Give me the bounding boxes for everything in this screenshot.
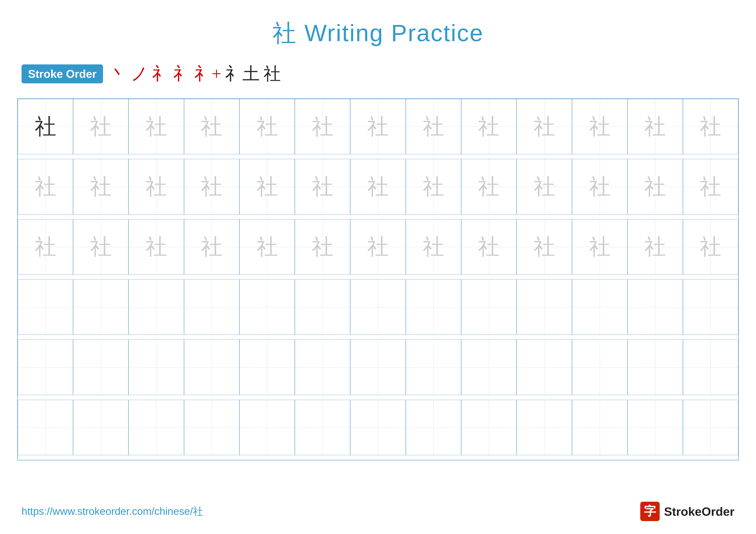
grid-cell[interactable]: 社 [184,159,239,214]
grid-cell[interactable] [572,400,627,455]
grid-cell[interactable] [295,340,350,395]
stroke-seq-7: 社 [263,62,281,86]
grid-cell[interactable] [406,340,461,395]
grid-cell[interactable] [461,340,517,395]
grid-cell[interactable]: 社 [406,219,461,275]
grid-cell[interactable] [461,400,517,455]
grid-cell[interactable]: 社 [517,159,572,214]
grid-cell[interactable]: 社 [683,219,738,275]
grid-cell[interactable] [184,400,239,455]
grid-cell[interactable] [572,340,627,395]
grid-cell[interactable]: 社 [239,99,295,154]
grid-cell[interactable]: 社 [517,219,572,275]
grid-cell[interactable] [406,400,461,455]
grid-cell[interactable] [295,279,350,335]
grid-cell[interactable] [628,400,683,455]
stroke-seq-4: 礻 [173,62,191,86]
grid-cell[interactable] [350,340,406,395]
grid-cell[interactable] [683,400,738,455]
grid-cell[interactable]: 社 [73,99,128,154]
grid-cell[interactable]: 社 [350,219,406,275]
grid-cell[interactable]: 社 [517,99,572,154]
grid-cell[interactable]: 社 [406,159,461,214]
grid-cell[interactable]: 社 [18,99,73,154]
grid-cell[interactable]: 社 [461,99,517,154]
brand-name: StrokeOrder [664,504,735,519]
grid-cell[interactable]: 社 [683,159,738,214]
grid-char: 社 [90,116,112,138]
grid-cell[interactable]: 社 [239,159,295,214]
grid-cell[interactable]: 社 [350,99,406,154]
grid-cell[interactable]: 社 [628,99,683,154]
grid-cell[interactable] [517,400,572,455]
grid-cell[interactable]: 社 [572,219,627,275]
grid-cell[interactable] [239,279,295,335]
grid-cell[interactable]: 社 [572,99,627,154]
grid-char: 社 [478,116,500,138]
grid-cell[interactable]: 社 [628,219,683,275]
grid-cell[interactable] [628,279,683,335]
grid-cell[interactable] [350,279,406,335]
grid-char: 社 [644,116,666,138]
grid-cell[interactable] [18,340,73,395]
grid-cell[interactable] [128,340,184,395]
grid-cell[interactable] [18,279,73,335]
grid-cell[interactable] [18,400,73,455]
grid-cell[interactable]: 社 [628,159,683,214]
grid-cell[interactable]: 社 [295,99,350,154]
grid-cell[interactable]: 社 [461,219,517,275]
grid-cell[interactable] [406,279,461,335]
grid-cell[interactable]: 社 [295,219,350,275]
grid-cell[interactable]: 社 [128,99,184,154]
grid-cell[interactable] [350,400,406,455]
grid-char: 社 [35,176,56,197]
grid-cell[interactable] [295,400,350,455]
grid-cell[interactable]: 社 [406,99,461,154]
grid-cell[interactable]: 社 [239,219,295,275]
grid-cell[interactable] [683,340,738,395]
grid-cell[interactable] [628,340,683,395]
grid-cell[interactable] [73,279,128,335]
grid-cell[interactable] [239,340,295,395]
grid-cell[interactable] [184,340,239,395]
grid-cell[interactable]: 社 [350,159,406,214]
stroke-seq-6: 礻土 [225,62,260,86]
grid-cell[interactable] [572,279,627,335]
grid-char: 社 [478,176,500,197]
grid-cell[interactable] [517,279,572,335]
grid-cell[interactable]: 社 [461,159,517,214]
grid-cell[interactable] [128,400,184,455]
grid-char: 社 [700,236,721,258]
grid-cell[interactable]: 社 [18,219,73,275]
grid-cell[interactable]: 社 [73,159,128,214]
grid-cell[interactable] [128,279,184,335]
grid-char: 社 [422,236,444,258]
grid-char: 社 [589,236,610,258]
grid-cell[interactable]: 社 [128,159,184,214]
grid-cell[interactable]: 社 [184,219,239,275]
grid-cell[interactable]: 社 [73,219,128,275]
grid-cell[interactable] [239,400,295,455]
footer-url[interactable]: https://www.strokeorder.com/chinese/社 [21,504,203,518]
grid-char: 社 [312,176,334,197]
grid-cell[interactable] [184,279,239,335]
grid-cell[interactable] [73,340,128,395]
grid-cell[interactable]: 社 [295,159,350,214]
grid-cell[interactable]: 社 [572,159,627,214]
grid-cell[interactable]: 社 [128,219,184,275]
stroke-order-badge: Stroke Order [21,64,103,83]
grid-char: 社 [478,236,500,258]
grid-cell[interactable] [461,279,517,335]
stroke-seq-3: 礻 [152,62,169,86]
grid-cell[interactable]: 社 [683,99,738,154]
footer: https://www.strokeorder.com/chinese/社 字 … [0,502,756,521]
grid-cell[interactable] [73,400,128,455]
stroke-seq-2: ノ [131,62,148,86]
grid-char: 社 [367,116,389,138]
grid-char: 社 [644,236,666,258]
grid-cell[interactable]: 社 [18,159,73,214]
grid-cell[interactable]: 社 [184,99,239,154]
grid-cell[interactable] [683,279,738,335]
grid-char: 社 [422,176,444,197]
grid-cell[interactable] [517,340,572,395]
